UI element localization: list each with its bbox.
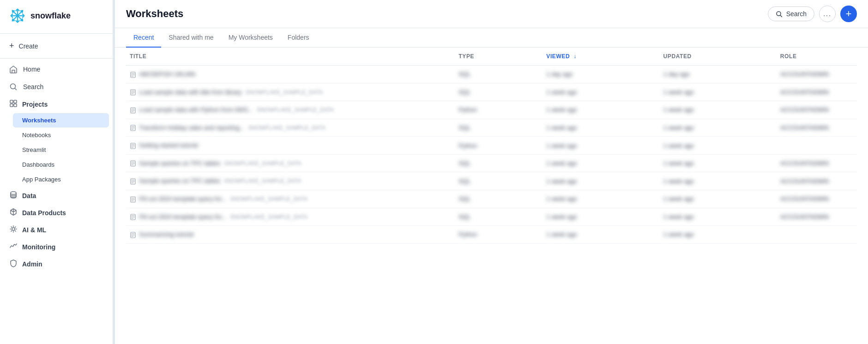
projects-icon [9, 99, 18, 109]
sidebar-item-app-packages[interactable]: App Packages [13, 172, 109, 187]
table-row[interactable]: ABCDEFGH IJKLMNSQL1 day ago1 day agoACCO… [126, 66, 857, 84]
cell-title: Sample queries on TPC tables SNOWFLAKE_S… [126, 154, 455, 172]
data-products-icon [9, 208, 18, 217]
table-row[interactable]: Summarizing tutorialPython1 week ago1 we… [126, 226, 857, 244]
table-row[interactable]: Transform holiday sales and reporting...… [126, 119, 857, 137]
row-viewed-value: 1 week ago [546, 178, 577, 185]
create-label: Create [19, 42, 38, 50]
home-icon [9, 65, 18, 73]
cell-title: Getting started tutorial [126, 137, 455, 155]
topbar-actions: Search ... + [768, 6, 857, 22]
tab-folders-label: Folders [288, 34, 309, 41]
row-role-value: ACCOUNTADMIN [780, 213, 829, 220]
ai-ml-icon [9, 225, 18, 235]
sidebar-section-data[interactable]: Data [0, 187, 113, 204]
main-content: Worksheets Search ... + Recent Shared wi… [115, 0, 868, 344]
logo-text: snowflake [30, 11, 71, 21]
cell-updated: 1 week ago [660, 190, 777, 208]
page-title: Worksheets [126, 8, 183, 20]
table-header: TITLE TYPE VIEWED ↓ UPDATED ROLE [126, 48, 857, 66]
sidebar-item-streamlit[interactable]: Streamlit [13, 143, 109, 157]
cell-title: Load sample data with Python from AWS...… [126, 101, 455, 119]
more-icon: ... [823, 11, 832, 17]
svg-point-0 [11, 84, 16, 89]
row-type-value: Python [458, 142, 477, 149]
search-button-label: Search [786, 10, 807, 18]
cell-role: ACCOUNTADMIN [777, 172, 857, 190]
row-title-text: Getting started tutorial [139, 142, 198, 149]
logo: snowflake [0, 0, 113, 31]
admin-label: Admin [22, 260, 42, 268]
sidebar-divider [0, 33, 113, 34]
cell-viewed: 1 week ago [542, 208, 659, 226]
table-row[interactable]: Load sample data with title from library… [126, 83, 857, 101]
sidebar-section-data-products[interactable]: Data Products [0, 204, 113, 221]
table-row[interactable]: Fill out 2024 template query for... SNOW… [126, 208, 857, 226]
table-row[interactable]: Getting started tutorialPython1 week ago… [126, 137, 857, 155]
sidebar-section-monitoring[interactable]: Monitoring [0, 238, 113, 255]
row-subtitle-text: SNOWFLAKE_SAMPLE_DATA [224, 178, 301, 184]
worksheets-table-container: TITLE TYPE VIEWED ↓ UPDATED ROLE [115, 48, 868, 344]
row-updated-value: 1 week ago [663, 213, 694, 220]
svg-rect-2 [14, 100, 17, 103]
data-icon [9, 191, 18, 200]
row-role-value: ACCOUNTADMIN [780, 71, 829, 78]
col-header-title[interactable]: TITLE [126, 48, 455, 66]
cell-type: SQL [455, 83, 542, 101]
app-packages-label: App Packages [22, 176, 61, 183]
cell-type: SQL [455, 154, 542, 172]
cell-viewed: 1 day ago [542, 66, 659, 84]
row-viewed-value: 1 week ago [546, 213, 577, 220]
sidebar-section-projects[interactable]: Projects [0, 96, 113, 113]
topbar: Worksheets Search ... + [115, 0, 868, 28]
row-role-value: ACCOUNTADMIN [780, 160, 829, 167]
create-button[interactable]: + Create [0, 36, 113, 56]
col-header-viewed[interactable]: VIEWED ↓ [542, 48, 659, 66]
sidebar-section-admin[interactable]: Admin [0, 255, 113, 272]
sidebar-item-notebooks[interactable]: Notebooks [13, 128, 109, 142]
tabs-bar: Recent Shared with me My Worksheets Fold… [115, 28, 868, 48]
row-type-icon [130, 160, 139, 167]
table-row[interactable]: Load sample data with Python from AWS...… [126, 101, 857, 119]
col-header-updated[interactable]: UPDATED [660, 48, 777, 66]
sidebar-item-home[interactable]: Home [0, 60, 113, 78]
table-row[interactable]: Sample queries on TPC tables SNOWFLAKE_S… [126, 154, 857, 172]
tab-shared[interactable]: Shared with me [161, 28, 221, 48]
row-updated-value: 1 week ago [663, 106, 694, 113]
worksheets-table: TITLE TYPE VIEWED ↓ UPDATED ROLE [126, 48, 857, 244]
cell-type: Python [455, 101, 542, 119]
row-type-value: SQL [458, 160, 470, 167]
add-button[interactable]: + [840, 6, 857, 22]
cell-updated: 1 week ago [660, 137, 777, 155]
cell-type: SQL [455, 190, 542, 208]
sidebar-item-worksheets[interactable]: Worksheets [13, 113, 109, 127]
more-options-button[interactable]: ... [819, 6, 836, 22]
plus-icon: + [846, 8, 852, 20]
tab-recent-label: Recent [133, 34, 154, 41]
col-header-type[interactable]: TYPE [455, 48, 542, 66]
sidebar-section-ai-ml[interactable]: AI & ML [0, 221, 113, 238]
ai-ml-label: AI & ML [22, 226, 46, 234]
row-title-text: Fill out 2024 template query for... [139, 195, 226, 202]
col-header-role[interactable]: ROLE [777, 48, 857, 66]
table-row[interactable]: Sample queries on TPC tables SNOWFLAKE_S… [126, 172, 857, 190]
row-type-value: SQL [458, 195, 470, 202]
cell-updated: 1 week ago [660, 208, 777, 226]
row-type-icon [130, 213, 139, 220]
table-row[interactable]: Fill out 2024 template query for... SNOW… [126, 190, 857, 208]
search-button[interactable]: Search [768, 6, 814, 21]
tab-my-worksheets[interactable]: My Worksheets [221, 28, 280, 48]
row-viewed-value: 1 week ago [546, 231, 577, 238]
row-updated-value: 1 week ago [663, 89, 694, 96]
cell-updated: 1 week ago [660, 101, 777, 119]
cell-role: ACCOUNTADMIN [777, 66, 857, 84]
tab-folders[interactable]: Folders [280, 28, 317, 48]
row-role-value: ACCOUNTADMIN [780, 106, 829, 113]
sidebar-item-dashboards[interactable]: Dashboards [13, 157, 109, 172]
row-type-icon [130, 142, 139, 149]
cell-role: ACCOUNTADMIN [777, 154, 857, 172]
sidebar-item-search[interactable]: Search [0, 78, 113, 96]
cell-updated: 1 week ago [660, 154, 777, 172]
row-type-icon [130, 177, 139, 184]
tab-recent[interactable]: Recent [126, 28, 161, 48]
